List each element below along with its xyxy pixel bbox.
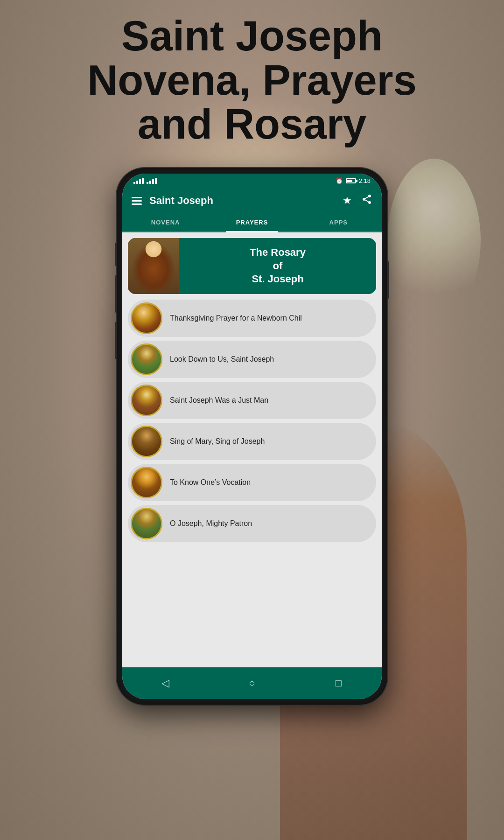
list-item[interactable]: Look Down to Us, Saint Joseph	[128, 341, 376, 378]
prayer-name-5: To Know One’s Vocation	[170, 478, 251, 488]
prayer-avatar-4	[131, 426, 162, 457]
share-button[interactable]	[361, 194, 372, 208]
phone-volume-up-button	[115, 275, 117, 313]
status-left	[133, 178, 157, 184]
app-bar: Saint Joseph ★	[122, 188, 382, 213]
prayer-list: Thanksgiving Prayer for a Newborn Chil L…	[122, 300, 382, 548]
page-title: Saint Joseph Novena, Prayers and Rosary	[0, 14, 504, 147]
prayer-avatar-1	[131, 302, 162, 334]
tabs-bar: NOVENA PRAYERS APPS	[122, 213, 382, 232]
background-flowers	[387, 159, 481, 322]
share-icon	[361, 194, 372, 205]
signal-icon-2	[147, 178, 157, 184]
list-item[interactable]: Sing of Mary, Sing of Joseph	[128, 423, 376, 460]
status-bar: ⏰ 2:18	[122, 174, 382, 188]
phone-volume-down-button	[115, 322, 117, 359]
prayer-name-4: Sing of Mary, Sing of Joseph	[170, 437, 265, 447]
phone-screen: ⏰ 2:18 Saint Joseph ★	[122, 174, 382, 699]
recents-button[interactable]: □	[329, 674, 348, 693]
list-item[interactable]: O Joseph, Mighty Patron	[128, 505, 376, 542]
back-button[interactable]: ◁	[156, 674, 175, 693]
signal-icon-1	[133, 178, 144, 184]
prayer-name-1: Thanksgiving Prayer for a Newborn Chil	[170, 314, 302, 323]
list-item[interactable]: To Know One’s Vocation	[128, 464, 376, 501]
featured-text: The RosaryofSt. Joseph	[179, 238, 376, 294]
menu-button[interactable]	[132, 197, 142, 205]
prayer-avatar-3	[131, 385, 162, 416]
phone-frame: ⏰ 2:18 Saint Joseph ★	[117, 168, 387, 705]
home-button[interactable]: ○	[243, 674, 261, 693]
list-item[interactable]: Thanksgiving Prayer for a Newborn Chil	[128, 300, 376, 337]
prayer-avatar-6	[131, 508, 162, 539]
tab-novena[interactable]: NOVENA	[122, 213, 209, 231]
bottom-nav: ◁ ○ □	[122, 667, 382, 699]
tab-prayers[interactable]: PRAYERS	[209, 213, 295, 231]
battery-icon	[346, 178, 356, 183]
status-time: 2:18	[359, 177, 371, 184]
app-title: Saint Joseph	[149, 195, 335, 207]
tab-apps[interactable]: APPS	[295, 213, 382, 231]
prayer-avatar-2	[131, 343, 162, 375]
prayer-name-6: O Joseph, Mighty Patron	[170, 519, 252, 529]
featured-title: The RosaryofSt. Joseph	[189, 246, 367, 286]
list-item[interactable]: Saint Joseph Was a Just Man	[128, 382, 376, 419]
featured-rosary-card[interactable]: The RosaryofSt. Joseph	[128, 238, 376, 294]
prayer-name-3: Saint Joseph Was a Just Man	[170, 396, 268, 406]
status-right: ⏰ 2:18	[336, 177, 371, 184]
phone-mute-button	[115, 243, 117, 266]
favorite-button[interactable]: ★	[343, 195, 352, 207]
battery-fill	[347, 180, 352, 182]
phone-power-button	[387, 261, 389, 299]
prayer-avatar-5	[131, 467, 162, 498]
content-area: The RosaryofSt. Joseph Thanksgiving Pray…	[122, 232, 382, 667]
phone-device: ⏰ 2:18 Saint Joseph ★	[117, 168, 387, 705]
featured-image	[128, 238, 179, 294]
prayer-name-2: Look Down to Us, Saint Joseph	[170, 355, 274, 364]
alarm-icon: ⏰	[336, 177, 343, 184]
app-bar-actions: ★	[343, 194, 372, 208]
